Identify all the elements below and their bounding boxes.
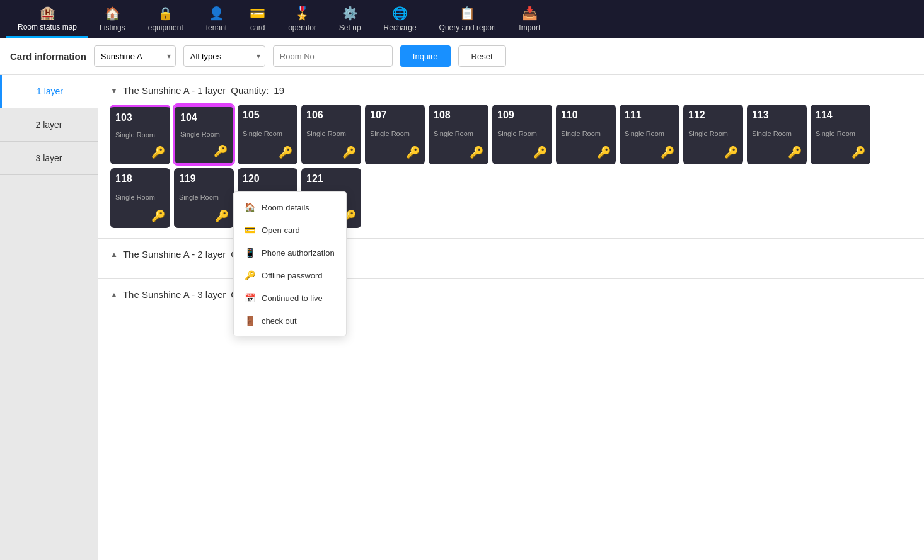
menu-item-offline-password[interactable]: 🔑 Offline password (234, 264, 346, 287)
room-icon-110: 🔑 (561, 146, 611, 159)
top-navigation: 🏨 Room status map 🏠 Listings 🔒 equipment… (0, 0, 924, 38)
room-card-103[interactable]: 103 Single Room 🔑 (110, 105, 170, 164)
menu-label-continued-to-live: Continued to live (262, 294, 323, 303)
card-icon: 💳 (250, 6, 265, 21)
sidebar-item-3layer[interactable]: 3 layer (0, 142, 98, 175)
menu-label-check-out: check out (262, 316, 297, 326)
room-num-121: 121 (306, 173, 356, 185)
open-card-icon: 💳 (244, 224, 255, 236)
room-card-105[interactable]: 105 Single Room 🔑 (238, 105, 297, 164)
floor-2-name: The Sunshine A - 2 layer (123, 249, 226, 260)
import-icon: 📥 (522, 6, 538, 21)
floor-1-quantity-label: Quantity: (231, 85, 269, 96)
check-out-icon: 🚪 (244, 315, 255, 326)
nav-operator[interactable]: 🎖️ operator (277, 0, 328, 38)
nav-equipment[interactable]: 🔒 equipment (137, 0, 195, 38)
menu-label-phone-authorization: Phone authorization (262, 248, 335, 258)
room-num-105: 105 (243, 110, 292, 121)
room-num-108: 108 (434, 110, 483, 121)
nav-import[interactable]: 📥 Import (507, 0, 552, 38)
room-card-114[interactable]: 114 Single Room 🔑 (811, 105, 870, 164)
nav-label-query-report: Query and report (439, 23, 497, 32)
room-num-104: 104 (180, 112, 228, 123)
nav-card[interactable]: 💳 card (238, 0, 277, 38)
menu-item-continued-to-live[interactable]: 📅 Continued to live (234, 287, 346, 309)
menu-item-open-card[interactable]: 💳 Open card (234, 219, 346, 241)
room-card-109[interactable]: 109 Single Room 🔑 (492, 105, 552, 164)
room-card-119[interactable]: 119 Single Room 🔑 (174, 168, 234, 228)
room-num-109: 109 (497, 110, 547, 121)
nav-label-import: Import (519, 23, 540, 32)
sidebar-item-1layer[interactable]: 1 layer (0, 75, 98, 108)
nav-tenant[interactable]: 👤 tenant (195, 0, 238, 38)
floor-1-header[interactable]: ▼ The Sunshine A - 1 layer Quantity: 19 (110, 85, 911, 96)
inquire-button[interactable]: Inquire (400, 45, 451, 67)
type-select[interactable]: All types Single Room Double Room (183, 45, 265, 67)
chevron-down-icon-1: ▼ (110, 86, 118, 95)
room-icon-118: 🔑 (115, 209, 165, 223)
layer-sidebar: 1 layer 2 layer 3 layer (0, 75, 98, 560)
nav-label-room-status-map: Room status map (18, 23, 77, 31)
building-select-wrapper: Sunshine A Sunshine B (94, 45, 176, 67)
reset-button[interactable]: Reset (458, 45, 506, 67)
page-title: Card information (10, 51, 86, 62)
room-card-106[interactable]: 106 Single Room 🔑 (301, 105, 361, 164)
room-card-108[interactable]: 108 Single Room 🔑 (429, 105, 488, 164)
room-icon-114: 🔑 (816, 146, 865, 159)
room-number-input[interactable] (273, 45, 393, 67)
context-menu: 🏠 Room details 💳 Open card 📱 Phone autho… (233, 191, 347, 336)
room-card-107[interactable]: 107 Single Room 🔑 (365, 105, 425, 164)
floor-3-header[interactable]: ▲ The Sunshine A - 3 layer Quantity: 19 (110, 289, 911, 300)
room-type-114: Single Room (816, 130, 865, 137)
query-report-icon: 📋 (459, 6, 475, 21)
room-icon-105: 🔑 (243, 146, 292, 159)
chevron-up-icon-3: ▲ (110, 290, 118, 299)
room-num-114: 114 (816, 110, 865, 121)
floor-1-room-grid: 103 Single Room 🔑 104 Single Room 🔑 105 … (110, 105, 911, 164)
menu-label-offline-password: Offline password (262, 271, 323, 280)
room-card-112[interactable]: 112 Single Room 🔑 (683, 105, 743, 164)
floor-1-quantity: 19 (274, 85, 284, 96)
room-card-118[interactable]: 118 Single Room 🔑 (110, 168, 170, 228)
room-card-113[interactable]: 113 Single Room 🔑 (747, 105, 807, 164)
floor-2-header[interactable]: ▲ The Sunshine A - 2 layer Quantity: 26 (110, 249, 911, 260)
continued-to-live-icon: 📅 (244, 292, 255, 304)
nav-query-report[interactable]: 📋 Query and report (428, 0, 508, 38)
nav-setup[interactable]: ⚙️ Set up (328, 0, 372, 38)
room-icon-112: 🔑 (688, 146, 738, 159)
room-card-111[interactable]: 111 Single Room 🔑 (620, 105, 679, 164)
room-type-118: Single Room (115, 193, 165, 201)
chevron-up-icon-2: ▲ (110, 250, 118, 259)
room-num-106: 106 (306, 110, 356, 121)
sidebar-item-2layer[interactable]: 2 layer (0, 108, 98, 142)
room-icon-107: 🔑 (370, 146, 420, 159)
room-type-113: Single Room (752, 130, 802, 137)
phone-authorization-icon: 📱 (244, 247, 255, 258)
floor-section-2: ▲ The Sunshine A - 2 layer Quantity: 26 (98, 239, 924, 279)
nav-recharge[interactable]: 🌐 Recharge (372, 0, 428, 38)
nav-listings[interactable]: 🏠 Listings (88, 0, 137, 38)
building-select[interactable]: Sunshine A Sunshine B (94, 45, 176, 67)
room-status-map-icon: 🏨 (40, 5, 55, 20)
room-type-107: Single Room (370, 130, 420, 137)
menu-item-check-out[interactable]: 🚪 check out (234, 309, 346, 332)
room-num-110: 110 (561, 110, 611, 121)
main-content: 1 layer 2 layer 3 layer ▼ The Sunshine A… (0, 75, 924, 560)
menu-label-open-card: Open card (262, 226, 300, 235)
nav-label-equipment: equipment (148, 23, 183, 32)
room-card-110[interactable]: 110 Single Room 🔑 (556, 105, 616, 164)
room-card-104[interactable]: 104 Single Room 🔑 (174, 105, 234, 164)
menu-item-room-details[interactable]: 🏠 Room details (234, 196, 346, 219)
room-num-111: 111 (625, 110, 674, 121)
tenant-icon: 👤 (209, 6, 224, 21)
room-icon-113: 🔑 (752, 146, 802, 159)
nav-label-recharge: Recharge (384, 23, 417, 32)
menu-item-phone-authorization[interactable]: 📱 Phone authorization (234, 241, 346, 264)
room-icon-111: 🔑 (625, 146, 674, 159)
floor-1-room-grid-row2: 118 Single Room 🔑 119 Single Room 🔑 120 … (110, 168, 911, 228)
room-type-103: Single Room (115, 131, 165, 139)
nav-room-status-map[interactable]: 🏨 Room status map (6, 0, 88, 38)
room-icon-103: 🔑 (115, 146, 165, 159)
menu-label-room-details: Room details (262, 203, 309, 212)
room-num-112: 112 (688, 110, 738, 121)
